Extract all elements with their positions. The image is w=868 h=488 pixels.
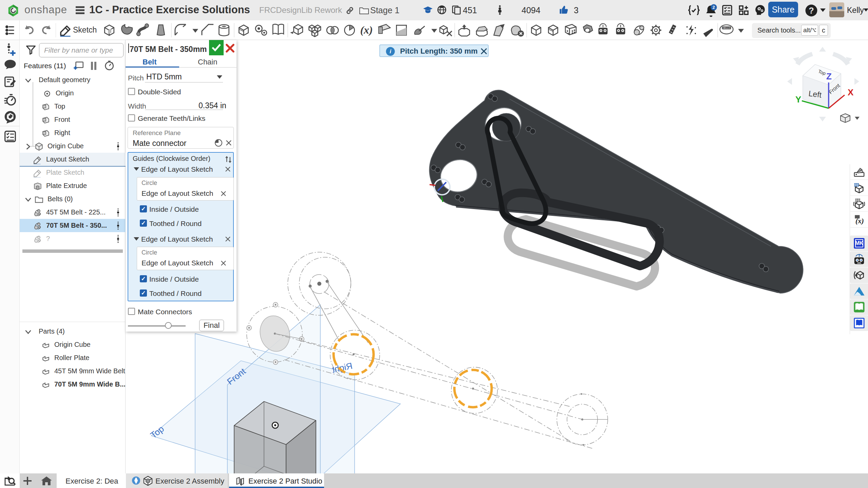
svg-text:MK: MK xyxy=(855,240,864,246)
svg-text:Z: Z xyxy=(826,71,832,81)
svg-text:2: 2 xyxy=(713,5,715,10)
svg-text:HELLO: HELLO xyxy=(723,27,730,29)
svg-text:Left: Left xyxy=(808,89,822,99)
svg-text:Y: Y xyxy=(795,94,801,105)
svg-text:(x): (x) xyxy=(360,24,373,36)
svg-text:X: X xyxy=(848,87,854,97)
svg-text:(x): (x) xyxy=(855,217,864,225)
svg-text:?: ? xyxy=(809,6,814,15)
